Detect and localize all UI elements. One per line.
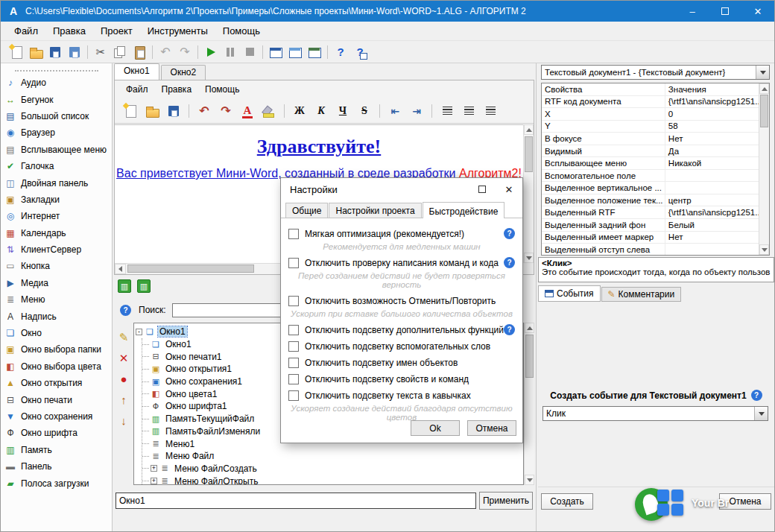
undo-icon[interactable]: ↶: [156, 43, 174, 61]
bold-icon[interactable]: Ж: [291, 102, 309, 120]
scroll-thumb[interactable]: [760, 95, 768, 127]
align-left-icon[interactable]: [438, 102, 456, 120]
dropdown-arrow-icon[interactable]: [756, 66, 769, 79]
dialog-option[interactable]: Отключить возможность Отменить/Повторить: [288, 294, 515, 307]
pause-icon[interactable]: [221, 43, 239, 61]
property-value[interactable]: Белый: [665, 221, 759, 229]
property-row[interactable]: Выделенный RTF{\rtf1\ansi\ansicpg1251...: [542, 206, 759, 219]
save-icon[interactable]: [46, 43, 64, 61]
scroll-up-icon[interactable]: [524, 124, 534, 135]
dialog-tab[interactable]: Настройки проекта: [329, 203, 421, 218]
property-value[interactable]: {\rtf1\ansi\ansicpg1251...: [665, 97, 759, 106]
doc-new-icon[interactable]: [121, 102, 139, 120]
palette-item[interactable]: ⇅КлиентСервер: [1, 241, 112, 258]
tree-item[interactable]: +≣Меню ФайлОткрыть: [142, 475, 522, 485]
dialog-option[interactable]: Отключить подсветку имен объектов: [288, 356, 515, 369]
palette-item[interactable]: ▥Память: [1, 442, 112, 458]
palette-item[interactable]: ❏Окно: [1, 325, 112, 341]
checkbox[interactable]: [288, 229, 299, 239]
checkbox[interactable]: [288, 296, 299, 306]
checkbox[interactable]: [288, 390, 299, 401]
dialog-option[interactable]: Отключить подсветку дополнительных функц…: [288, 323, 515, 336]
dialog-maximize-button[interactable]: [469, 178, 496, 200]
palette-item[interactable]: ▤Всплывающее меню: [1, 142, 112, 158]
memory-file-changed-icon[interactable]: ▥: [137, 279, 151, 293]
tree-expander-icon[interactable]: -: [136, 329, 142, 335]
palette-item[interactable]: ▭Кнопка: [1, 258, 112, 274]
highlight-icon[interactable]: [260, 102, 278, 120]
palette-item[interactable]: ▶Медиа: [1, 275, 112, 291]
dialog-option[interactable]: Отключить подсветку вспомогательных слов: [288, 340, 515, 352]
property-row[interactable]: Выделенное положение тек...центр: [542, 194, 759, 207]
menubar-item[interactable]: Файл: [7, 22, 45, 41]
property-row[interactable]: Выделенное вертикальное ...: [542, 182, 759, 194]
checkbox[interactable]: [288, 374, 299, 384]
scroll-thumb[interactable]: [525, 335, 534, 378]
italic-icon[interactable]: К: [312, 102, 330, 120]
align-right-icon[interactable]: [481, 102, 499, 120]
property-value[interactable]: 0: [665, 110, 759, 118]
tree-vertical-scrollbar[interactable]: [524, 323, 534, 485]
cut-icon[interactable]: ✂: [92, 43, 110, 61]
help-icon[interactable]: ?: [504, 257, 515, 268]
scroll-down-icon[interactable]: [525, 475, 534, 485]
palette-item[interactable]: ▣Окно выбора папки: [1, 341, 112, 358]
tree-expander-icon[interactable]: +: [151, 465, 157, 472]
dialog-tab[interactable]: Быстродействие: [423, 202, 505, 218]
property-row[interactable]: Выделенный имеет маркерНет: [542, 232, 759, 244]
dialog-cancel-button[interactable]: Отмена: [467, 420, 516, 436]
object-selector[interactable]: Текстовый документ1 - {Текстовый докумен…: [541, 65, 770, 80]
run-icon[interactable]: [202, 43, 220, 61]
object-name-input[interactable]: [116, 493, 476, 509]
property-value[interactable]: {\rtf1\ansi\ansicpg1251...: [665, 208, 759, 217]
designer-menu-item[interactable]: Файл: [119, 84, 155, 95]
property-value[interactable]: 58: [665, 121, 759, 130]
maximize-button[interactable]: [709, 1, 741, 22]
strikethrough-icon[interactable]: S: [355, 102, 373, 120]
palette-item[interactable]: ↔Бегунок: [1, 91, 112, 107]
designer-menu-item[interactable]: Помощь: [198, 84, 246, 95]
property-row[interactable]: Всплывающее менюНикакой: [542, 157, 759, 170]
tree-item[interactable]: ≣Меню Файл: [142, 450, 522, 463]
event-tab[interactable]: События: [538, 285, 601, 302]
window-list-icon[interactable]: [286, 43, 304, 61]
close-button[interactable]: ✕: [741, 1, 774, 22]
record-tool-icon[interactable]: ●: [120, 373, 127, 384]
property-value[interactable]: Да: [665, 147, 759, 156]
checkbox[interactable]: [288, 341, 299, 352]
scroll-thumb[interactable]: [525, 136, 533, 172]
checkbox[interactable]: [288, 358, 299, 368]
palette-item[interactable]: ⊟Окно печати: [1, 391, 112, 408]
designer-vertical-scrollbar[interactable]: [523, 124, 534, 263]
create-event-button[interactable]: Создать: [541, 493, 593, 510]
property-row[interactable]: Выделенный отступ слева: [542, 244, 759, 255]
copy-icon[interactable]: [111, 43, 129, 61]
property-value[interactable]: центр: [665, 196, 759, 205]
palette-item[interactable]: ≣Меню: [1, 291, 112, 308]
property-row[interactable]: Выделенный задний фонБелый: [542, 219, 759, 232]
property-value[interactable]: Никакой: [665, 159, 759, 168]
palette-item[interactable]: ◫Двойная панель: [1, 174, 112, 191]
scroll-left-icon[interactable]: [115, 264, 126, 274]
edit-tool-icon[interactable]: ✎: [119, 332, 129, 343]
checkbox[interactable]: [288, 258, 299, 268]
palette-item[interactable]: ▤Большой список: [1, 108, 112, 124]
indent-decrease-icon[interactable]: ⇤: [386, 102, 404, 120]
redo-icon[interactable]: ↷: [176, 43, 194, 61]
doc-save-icon[interactable]: [165, 102, 183, 120]
font-color-icon[interactable]: А: [238, 102, 256, 120]
property-row[interactable]: Вспомогательное поле: [542, 170, 759, 183]
dialog-option[interactable]: Мягкая оптимизация (рекомендуется!)?: [288, 227, 515, 240]
event-type-dropdown[interactable]: Клик: [542, 406, 768, 421]
dialog-tab[interactable]: Общие: [285, 203, 328, 218]
palette-item[interactable]: AНадпись: [1, 308, 112, 324]
menubar-item[interactable]: Помощь: [215, 22, 268, 41]
designer-tab[interactable]: Окно1: [114, 63, 159, 80]
palette-item[interactable]: ✔Галочка: [1, 158, 112, 174]
doc-redo-icon[interactable]: ↷: [217, 102, 235, 120]
palette-item[interactable]: ▲Окно открытия: [1, 375, 112, 391]
palette-item[interactable]: ▦Календарь: [1, 225, 112, 241]
memory-current-file-icon[interactable]: ▥: [118, 279, 131, 293]
dialog-close-button[interactable]: ✕: [496, 178, 522, 200]
palette-item[interactable]: ▬Панель: [1, 458, 112, 475]
